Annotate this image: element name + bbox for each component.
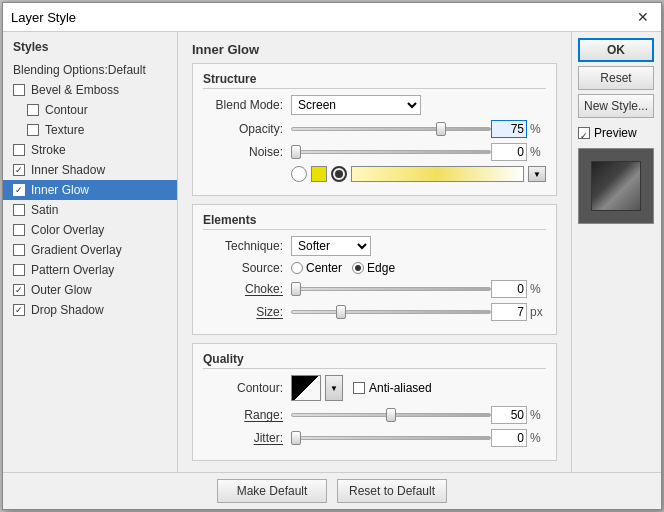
structure-title: Structure xyxy=(203,72,546,89)
outer-glow-label: Outer Glow xyxy=(31,283,92,297)
source-label: Source: xyxy=(203,261,283,275)
color-overlay-checkbox[interactable] xyxy=(13,224,25,236)
close-button[interactable]: ✕ xyxy=(633,9,653,25)
source-row: Source: Center Edge xyxy=(203,261,546,275)
sidebar-item-texture[interactable]: Texture xyxy=(3,120,177,140)
color-gradient-bar[interactable] xyxy=(351,166,524,182)
sidebar-item-gradient-overlay[interactable]: Gradient Overlay xyxy=(3,240,177,260)
reset-button[interactable]: Reset xyxy=(578,66,654,90)
outer-glow-checkbox[interactable] xyxy=(13,284,25,296)
color-white-circle[interactable] xyxy=(291,166,307,182)
jitter-track xyxy=(291,436,491,440)
opacity-thumb[interactable] xyxy=(436,122,446,136)
bevel-emboss-label: Bevel & Emboss xyxy=(31,83,119,97)
source-center-radio[interactable] xyxy=(291,262,303,274)
bevel-emboss-checkbox[interactable] xyxy=(13,84,25,96)
inner-glow-label: Inner Glow xyxy=(31,183,89,197)
size-row: Size: px xyxy=(203,303,546,321)
sidebar-item-color-overlay[interactable]: Color Overlay xyxy=(3,220,177,240)
range-input[interactable] xyxy=(491,406,527,424)
gradient-overlay-checkbox[interactable] xyxy=(13,244,25,256)
jitter-slider[interactable] xyxy=(291,430,491,446)
opacity-slider[interactable] xyxy=(291,121,491,137)
choke-slider[interactable] xyxy=(291,281,491,297)
inner-shadow-label: Inner Shadow xyxy=(31,163,105,177)
elements-title: Elements xyxy=(203,213,546,230)
preview-label: Preview xyxy=(594,126,637,140)
size-thumb[interactable] xyxy=(336,305,346,319)
structure-section: Structure Blend Mode: Screen Normal Mult… xyxy=(192,63,557,196)
stroke-label: Stroke xyxy=(31,143,66,157)
jitter-label: Jitter: xyxy=(203,431,283,445)
sidebar-item-inner-shadow[interactable]: Inner Shadow xyxy=(3,160,177,180)
styles-list: Blending Options:Default Bevel & Emboss … xyxy=(3,58,177,322)
quality-section: Quality Contour: ▼ Anti-aliased Range: xyxy=(192,343,557,461)
source-edge-label: Edge xyxy=(367,261,395,275)
color-yellow-swatch[interactable] xyxy=(311,166,327,182)
source-edge-option[interactable]: Edge xyxy=(352,261,395,275)
jitter-row: Jitter: % xyxy=(203,429,546,447)
blend-mode-select[interactable]: Screen Normal Multiply Overlay xyxy=(291,95,421,115)
sidebar-item-drop-shadow[interactable]: Drop Shadow xyxy=(3,300,177,320)
color-dropdown-button[interactable]: ▼ xyxy=(528,166,546,182)
choke-thumb[interactable] xyxy=(291,282,301,296)
preview-row: ✓ Preview xyxy=(578,126,655,140)
elements-section: Elements Technique: Softer Precise Sourc… xyxy=(192,204,557,335)
preview-checkbox[interactable]: ✓ xyxy=(578,127,590,139)
choke-input[interactable] xyxy=(491,280,527,298)
sidebar-item-bevel-emboss[interactable]: Bevel & Emboss xyxy=(3,80,177,100)
opacity-track xyxy=(291,127,491,131)
technique-select[interactable]: Softer Precise xyxy=(291,236,371,256)
technique-label: Technique: xyxy=(203,239,283,253)
sidebar-item-inner-glow[interactable]: Inner Glow xyxy=(3,180,177,200)
range-slider[interactable] xyxy=(291,407,491,423)
choke-label: Choke: xyxy=(203,282,283,296)
inner-glow-checkbox[interactable] xyxy=(13,184,25,196)
drop-shadow-label: Drop Shadow xyxy=(31,303,104,317)
contour-preview[interactable] xyxy=(291,375,321,401)
pattern-overlay-checkbox[interactable] xyxy=(13,264,25,276)
noise-input[interactable] xyxy=(491,143,527,161)
jitter-thumb[interactable] xyxy=(291,431,301,445)
satin-label: Satin xyxy=(31,203,58,217)
sidebar-item-pattern-overlay[interactable]: Pattern Overlay xyxy=(3,260,177,280)
reset-to-default-button[interactable]: Reset to Default xyxy=(337,479,447,503)
stroke-checkbox[interactable] xyxy=(13,144,25,156)
color-selected-dot[interactable] xyxy=(331,166,347,182)
sidebar-item-stroke[interactable]: Stroke xyxy=(3,140,177,160)
ok-button[interactable]: OK xyxy=(578,38,654,62)
new-style-button[interactable]: New Style... xyxy=(578,94,654,118)
contour-dropdown-button[interactable]: ▼ xyxy=(325,375,343,401)
source-center-option[interactable]: Center xyxy=(291,261,342,275)
inner-shadow-checkbox[interactable] xyxy=(13,164,25,176)
color-row: ▼ xyxy=(203,166,546,182)
jitter-input[interactable] xyxy=(491,429,527,447)
contour-label: Contour xyxy=(45,103,88,117)
sidebar-item-outer-glow[interactable]: Outer Glow xyxy=(3,280,177,300)
noise-thumb[interactable] xyxy=(291,145,301,159)
main-section-title: Inner Glow xyxy=(192,42,557,57)
size-slider[interactable] xyxy=(291,304,491,320)
sidebar-item-contour[interactable]: Contour xyxy=(3,100,177,120)
preview-inner xyxy=(591,161,641,211)
contour-checkbox[interactable] xyxy=(27,104,39,116)
drop-shadow-checkbox[interactable] xyxy=(13,304,25,316)
satin-checkbox[interactable] xyxy=(13,204,25,216)
right-panel: OK Reset New Style... ✓ Preview xyxy=(571,32,661,472)
make-default-button[interactable]: Make Default xyxy=(217,479,327,503)
jitter-unit: % xyxy=(530,431,546,445)
size-input[interactable] xyxy=(491,303,527,321)
texture-checkbox[interactable] xyxy=(27,124,39,136)
range-thumb[interactable] xyxy=(386,408,396,422)
noise-slider[interactable] xyxy=(291,144,491,160)
source-edge-radio[interactable] xyxy=(352,262,364,274)
sidebar-item-blending-options[interactable]: Blending Options:Default xyxy=(3,60,177,80)
anti-alias-checkbox[interactable] xyxy=(353,382,365,394)
sidebar-item-satin[interactable]: Satin xyxy=(3,200,177,220)
texture-label: Texture xyxy=(45,123,84,137)
range-row: Range: % xyxy=(203,406,546,424)
gradient-overlay-label: Gradient Overlay xyxy=(31,243,122,257)
opacity-input[interactable] xyxy=(491,120,527,138)
size-label: Size: xyxy=(203,305,283,319)
quality-title: Quality xyxy=(203,352,546,369)
